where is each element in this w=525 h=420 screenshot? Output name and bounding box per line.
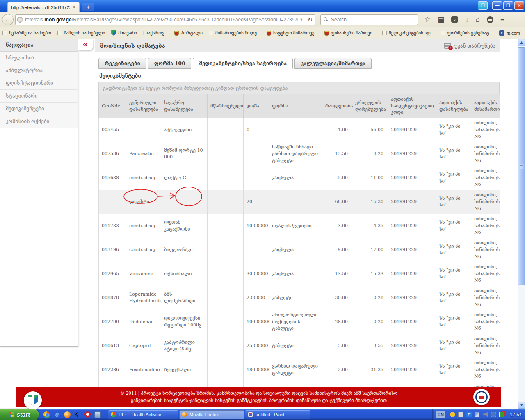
tab-item[interactable]: რეკვიზიტები [98,58,146,69]
table-row[interactable]: ფაგეხტი2068.0016.30201991229სს "ჯი პი სი… [99,190,500,214]
bookmark-item[interactable]: სატესტო მიმართვე... [267,30,318,36]
chat-icon[interactable] [487,16,493,23]
table-row[interactable]: 015638comb. drugლაქტო-Gკაფსულა5.0011.002… [99,166,500,190]
scroll-down-arrow[interactable]: ▼ [518,402,525,409]
sidebar-item[interactable]: ამბულატორია [0,64,78,77]
mail-icon[interactable] [94,411,101,418]
page-scrollbar[interactable]: ▲ ▼ [518,39,525,409]
column-header[interactable]: ერთეულის ღირებულება [352,94,388,118]
table-row[interactable]: 008878Loperamide Hydrochlorideბმს-ლოპერა… [99,286,500,310]
bookmark-item[interactable]: ffb.com [499,30,520,36]
table-cell: 007586 [99,142,126,166]
table-row[interactable]: 010613Captoprilკაპტოპრილი ატიდი 25მგ25.0… [99,334,500,358]
tab-item[interactable]: ფორმა 100 [148,58,192,69]
minimize-button[interactable]: — [492,1,502,10]
volume-tray-icon[interactable] [483,412,488,417]
task-button[interactable]: RE: E Health Activitie... [108,410,178,419]
table-cell: სს "ჯი პი სი" [436,358,471,382]
main-panel: მოთხოვნის დამატება უკან დაბრუნება რეკვიზ… [95,39,500,406]
column-header[interactable]: GeoNdc [99,94,126,118]
bookmark-star-icon[interactable]: ☆ [425,16,431,23]
chrome-icon[interactable] [43,411,50,418]
bookmark-item[interactable]: მიმართვების მოდუ... [209,30,260,36]
bookmark-label: | საქართვ... [143,30,168,36]
table-row[interactable]: 011733comb. drugოფთან კატაქრომი10.00000თ… [99,214,500,238]
windows-flag-icon [9,412,14,418]
close-tab-icon[interactable]: ✕ [72,5,76,10]
start-button[interactable]: start [0,409,39,420]
pocket-icon[interactable]: ⌄ [451,16,458,23]
ie-icon[interactable]: e [54,411,60,418]
firefox-icon[interactable] [64,411,71,418]
network-tray-icon[interactable] [475,412,480,417]
url-dropdown-icon[interactable]: ▼ [298,18,305,22]
bookmark-item[interactable]: ფორმების გენერატ... [441,30,493,36]
chrome-icon [111,412,116,417]
close-button[interactable]: ✕ [514,1,524,10]
bookmark-item[interactable]: მეწარმეთა საძიებო [2,30,51,36]
tab-list-button[interactable]: ❐ [478,1,488,10]
language-indicator[interactable]: EN [436,411,445,418]
bookmarks-menu-icon[interactable]: ▤ [438,16,444,23]
table-row[interactable]: 007586Pancreatinმეზიმ ფორტე 10 000ნაწლავ… [99,142,500,166]
column-header[interactable]: ფორმა [269,94,322,118]
tab-active[interactable]: მედიკამენტები/სხვა საჭიროება [193,58,293,69]
column-header[interactable]: რაოდენობა [322,94,352,118]
rdp-tray-icon[interactable] [491,412,496,417]
column-header[interactable]: აფთიაქის დასახელება [436,94,471,118]
new-tab-button[interactable]: + [82,3,94,11]
table-cell: აქტოვეგინი [161,118,208,142]
table-row[interactable]: 012965Vincamineოქსიბრალი30.00000კაფსულა1… [99,262,500,286]
bookmark-item[interactable]: ფინანსური მართვი... [324,30,376,36]
column-header[interactable]: აფთიაქის მისამართი [471,94,500,118]
column-header[interactable]: აფთიაქის საიდენტიფიკაციო კოდი [388,94,436,118]
table-row[interactable]: 012790Diclofenacდიკლოფლექსი რეტარდი 100მ… [99,310,500,334]
column-header[interactable]: დოზა [244,94,269,118]
home-icon[interactable]: ⌂ [476,16,480,23]
search-bar[interactable] [320,14,418,25]
lingoes-tray-icon[interactable] [450,412,455,417]
sidebar-item[interactable]: კომისიის ოქმები [0,115,78,128]
url-bar[interactable]: referrals.moh.gov.ge/ReferralsHall/Pages… [15,14,315,25]
browser-tab[interactable]: http://referrals...78-25d467232229 ✕ [7,2,80,12]
bookmark-item[interactable]: პორტალი [174,30,203,36]
bookmark-label: ფორმების გენერატ... [447,30,493,36]
column-header[interactable]: სავაჭრო დასახელება [161,94,208,118]
back-button[interactable]: ← [2,14,14,25]
teamviewer-tray-icon[interactable]: ⇄ [466,412,472,417]
table-row[interactable]: 012286Fexofenadineზეფექსალი180.00000გარს… [99,358,500,382]
sidebar-item[interactable]: დღის სტაციონარი [0,77,78,90]
bookmark-item[interactable]: | საქართვ... [143,30,168,36]
opera-icon[interactable] [84,411,91,418]
search-input[interactable] [331,17,405,23]
sidebar-item[interactable]: სტაციონარი [0,90,78,103]
reload-icon[interactable]: ↻ [305,16,313,23]
groupby-bar[interactable]: გადმოიტანეთ ის სვეტი რომლის მიხედვითაც გ… [98,82,500,94]
kmplayer-icon[interactable]: K [74,411,81,418]
scroll-up-arrow[interactable]: ▲ [518,39,525,46]
sidebar-item[interactable]: მედიკამენტები [0,103,78,115]
bookmark-item[interactable]: მედიკამენტების ად... [382,30,434,36]
column-header[interactable]: გენერიული დასახელება [126,94,161,118]
monitors-tray-icon[interactable] [499,412,504,417]
sidebar-item[interactable]: სრული სია [0,52,78,64]
table-cell: დიკლოფლექსი რეტარდი 100მგ [161,310,208,334]
menu-icon[interactable]: ≡ [500,16,504,23]
bookmark-label: მთავარი [118,30,137,36]
scrollbar-thumb[interactable] [518,47,525,285]
sidebar-collapse-button[interactable]: « [78,39,93,50]
downloads-icon[interactable]: ↓ [465,16,469,23]
bookmark-label: მიმართვების მოდუ... [215,30,260,36]
facebook-icon: f [499,30,504,36]
task-button[interactable]: untitled - Paint [245,410,310,419]
bookmark-item[interactable]: წამლის საძიებელი [57,30,105,36]
bookmark-item[interactable]: მთავარი [111,30,137,36]
tab-item[interactable]: კალკულაცია/მიმართვა [294,58,372,69]
table-row[interactable]: 013196comb. drugბიფლორაკიკაფსულა9.0017.0… [99,238,500,262]
column-header[interactable]: მწარმოებელი [208,94,244,118]
maximize-button[interactable]: ❐ [503,1,513,10]
task-button[interactable]: Mozilla Firefox [179,410,244,419]
table-row[interactable]: 005455_აქტოვეგინი01.0056.00201991229სს "… [99,118,500,142]
go-back-link[interactable]: უკან დაბრუნება [444,43,495,49]
printer-tray-icon[interactable] [458,412,463,417]
